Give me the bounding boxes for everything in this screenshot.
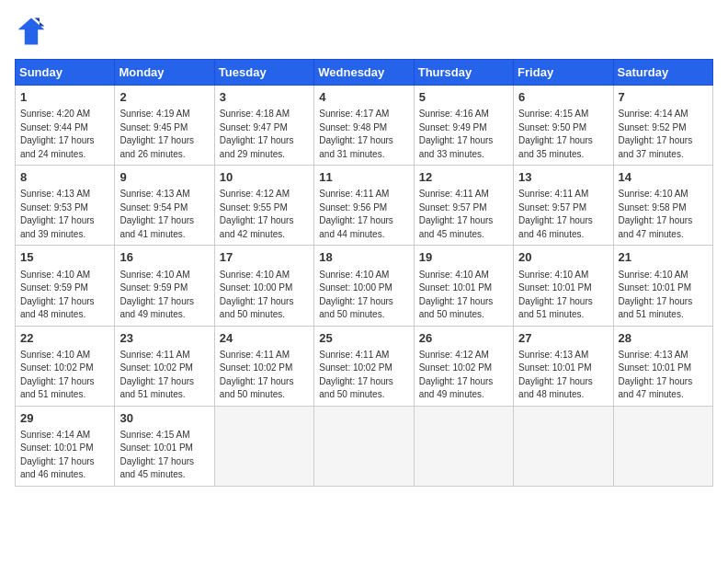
calendar-cell: 7Sunrise: 4:14 AM Sunset: 9:52 PM Daylig… [613,86,712,166]
day-info: Sunrise: 4:10 AM Sunset: 9:58 PM Dayligh… [619,188,708,241]
day-info: Sunrise: 4:16 AM Sunset: 9:49 PM Dayligh… [419,108,508,161]
calendar-body: 1Sunrise: 4:20 AM Sunset: 9:44 PM Daylig… [16,86,713,487]
calendar-cell: 11Sunrise: 4:11 AM Sunset: 9:56 PM Dayli… [314,166,414,246]
calendar-cell: 17Sunrise: 4:10 AM Sunset: 10:00 PM Dayl… [214,246,313,326]
day-number: 10 [220,169,309,186]
day-number: 17 [220,249,309,266]
calendar-week-4: 22Sunrise: 4:10 AM Sunset: 10:02 PM Dayl… [16,326,713,406]
day-number: 24 [220,330,309,347]
calendar-cell: 2Sunrise: 4:19 AM Sunset: 9:45 PM Daylig… [115,86,214,166]
calendar-header-saturday: Saturday [613,60,712,86]
day-info: Sunrise: 4:10 AM Sunset: 10:02 PM Daylig… [20,349,109,402]
day-info: Sunrise: 4:11 AM Sunset: 9:57 PM Dayligh… [419,188,508,241]
page-header [15,15,713,48]
logo [15,15,51,48]
day-info: Sunrise: 4:14 AM Sunset: 9:52 PM Dayligh… [619,108,708,161]
calendar-cell: 24Sunrise: 4:11 AM Sunset: 10:02 PM Dayl… [214,326,313,406]
calendar-header-wednesday: Wednesday [314,60,414,86]
day-info: Sunrise: 4:10 AM Sunset: 10:01 PM Daylig… [518,269,608,322]
calendar-header-tuesday: Tuesday [214,60,313,86]
day-info: Sunrise: 4:13 AM Sunset: 9:53 PM Dayligh… [20,188,109,241]
day-info: Sunrise: 4:13 AM Sunset: 10:01 PM Daylig… [619,349,708,402]
day-number: 1 [20,89,109,106]
calendar-cell: 22Sunrise: 4:10 AM Sunset: 10:02 PM Dayl… [16,326,115,406]
calendar-cell: 8Sunrise: 4:13 AM Sunset: 9:53 PM Daylig… [16,166,115,246]
day-info: Sunrise: 4:13 AM Sunset: 10:01 PM Daylig… [518,349,608,402]
day-info: Sunrise: 4:11 AM Sunset: 10:02 PM Daylig… [119,349,209,402]
calendar-header-row: SundayMondayTuesdayWednesdayThursdayFrid… [16,60,713,86]
day-number: 22 [20,330,109,347]
day-number: 26 [419,330,508,347]
calendar-cell [514,406,613,486]
calendar-cell: 27Sunrise: 4:13 AM Sunset: 10:01 PM Dayl… [514,326,613,406]
calendar-header-monday: Monday [115,60,214,86]
day-number: 29 [20,410,109,427]
day-number: 18 [319,249,408,266]
day-number: 14 [619,169,708,186]
day-number: 8 [20,169,109,186]
calendar-cell: 15Sunrise: 4:10 AM Sunset: 9:59 PM Dayli… [16,246,115,326]
day-number: 15 [20,249,109,266]
day-number: 27 [518,330,608,347]
day-number: 23 [119,330,209,347]
day-number: 20 [518,249,608,266]
calendar-cell: 19Sunrise: 4:10 AM Sunset: 10:01 PM Dayl… [414,246,513,326]
day-info: Sunrise: 4:11 AM Sunset: 9:57 PM Dayligh… [518,188,608,241]
calendar-cell: 21Sunrise: 4:10 AM Sunset: 10:01 PM Dayl… [613,246,712,326]
day-info: Sunrise: 4:10 AM Sunset: 10:01 PM Daylig… [419,269,508,322]
calendar-cell: 5Sunrise: 4:16 AM Sunset: 9:49 PM Daylig… [414,86,513,166]
day-info: Sunrise: 4:15 AM Sunset: 10:01 PM Daylig… [119,429,209,482]
calendar-cell: 14Sunrise: 4:10 AM Sunset: 9:58 PM Dayli… [613,166,712,246]
day-info: Sunrise: 4:10 AM Sunset: 10:00 PM Daylig… [319,269,408,322]
day-number: 5 [419,89,508,106]
calendar-cell: 1Sunrise: 4:20 AM Sunset: 9:44 PM Daylig… [16,86,115,166]
day-info: Sunrise: 4:12 AM Sunset: 10:02 PM Daylig… [419,349,508,402]
calendar-cell: 16Sunrise: 4:10 AM Sunset: 9:59 PM Dayli… [115,246,214,326]
day-number: 12 [419,169,508,186]
day-number: 13 [518,169,608,186]
day-info: Sunrise: 4:10 AM Sunset: 10:00 PM Daylig… [220,269,309,322]
calendar-cell: 18Sunrise: 4:10 AM Sunset: 10:00 PM Dayl… [314,246,414,326]
day-number: 3 [220,89,309,106]
day-number: 7 [619,89,708,106]
day-number: 2 [119,89,209,106]
day-number: 30 [119,410,209,427]
calendar-week-2: 8Sunrise: 4:13 AM Sunset: 9:53 PM Daylig… [16,166,713,246]
day-number: 11 [319,169,408,186]
day-info: Sunrise: 4:10 AM Sunset: 10:01 PM Daylig… [619,269,708,322]
calendar-cell: 30Sunrise: 4:15 AM Sunset: 10:01 PM Dayl… [115,406,214,486]
day-info: Sunrise: 4:12 AM Sunset: 9:55 PM Dayligh… [220,188,309,241]
calendar-cell [414,406,513,486]
day-info: Sunrise: 4:17 AM Sunset: 9:48 PM Dayligh… [319,108,408,161]
calendar-week-1: 1Sunrise: 4:20 AM Sunset: 9:44 PM Daylig… [16,86,713,166]
calendar-header-sunday: Sunday [16,60,115,86]
calendar-cell: 9Sunrise: 4:13 AM Sunset: 9:54 PM Daylig… [115,166,214,246]
day-info: Sunrise: 4:14 AM Sunset: 10:01 PM Daylig… [20,429,109,482]
logo-icon [15,15,48,48]
day-info: Sunrise: 4:20 AM Sunset: 9:44 PM Dayligh… [20,108,109,161]
calendar-week-5: 29Sunrise: 4:14 AM Sunset: 10:01 PM Dayl… [16,406,713,486]
day-number: 16 [119,249,209,266]
day-info: Sunrise: 4:10 AM Sunset: 9:59 PM Dayligh… [20,269,109,322]
calendar-cell: 25Sunrise: 4:11 AM Sunset: 10:02 PM Dayl… [314,326,414,406]
day-number: 6 [518,89,608,106]
calendar-header-thursday: Thursday [414,60,513,86]
day-info: Sunrise: 4:18 AM Sunset: 9:47 PM Dayligh… [220,108,309,161]
day-info: Sunrise: 4:19 AM Sunset: 9:45 PM Dayligh… [119,108,209,161]
calendar-cell: 28Sunrise: 4:13 AM Sunset: 10:01 PM Dayl… [613,326,712,406]
calendar-cell: 29Sunrise: 4:14 AM Sunset: 10:01 PM Dayl… [16,406,115,486]
calendar-week-3: 15Sunrise: 4:10 AM Sunset: 9:59 PM Dayli… [16,246,713,326]
calendar-cell: 12Sunrise: 4:11 AM Sunset: 9:57 PM Dayli… [414,166,513,246]
calendar-cell: 13Sunrise: 4:11 AM Sunset: 9:57 PM Dayli… [514,166,613,246]
day-number: 4 [319,89,408,106]
svg-marker-0 [18,18,45,45]
calendar-cell [214,406,313,486]
calendar-cell [613,406,712,486]
day-number: 19 [419,249,508,266]
day-info: Sunrise: 4:11 AM Sunset: 10:02 PM Daylig… [319,349,408,402]
calendar-cell: 20Sunrise: 4:10 AM Sunset: 10:01 PM Dayl… [514,246,613,326]
calendar-cell: 6Sunrise: 4:15 AM Sunset: 9:50 PM Daylig… [514,86,613,166]
calendar-cell: 26Sunrise: 4:12 AM Sunset: 10:02 PM Dayl… [414,326,513,406]
day-info: Sunrise: 4:11 AM Sunset: 9:56 PM Dayligh… [319,188,408,241]
calendar-cell: 23Sunrise: 4:11 AM Sunset: 10:02 PM Dayl… [115,326,214,406]
